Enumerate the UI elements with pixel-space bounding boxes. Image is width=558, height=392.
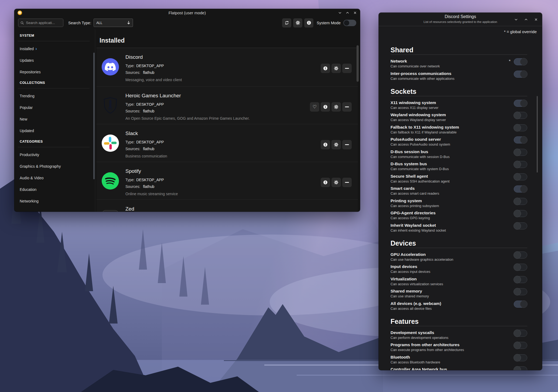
toggle-knob [514,263,521,271]
system-mode-label: System Mode [317,21,341,25]
sidebar-item-productivity[interactable]: Productivity [20,149,95,160]
permission-description: Can access virtualization services [391,282,527,286]
gear-icon [296,20,300,25]
refresh-button[interactable] [282,18,291,27]
info-button[interactable] [304,18,313,27]
app-sources-value: flathub [143,147,154,151]
permission-description: Can perform development operations [391,335,527,340]
toggle-knob [514,288,521,295]
permission-description: Can communicate over network [391,64,527,68]
permission-toggle[interactable] [514,342,527,349]
sidebar-item-label: New [20,117,27,121]
sidebar: SYSTEM Installed › Updates Repositories … [14,29,95,212]
permission-toggle[interactable] [514,252,527,259]
minus-icon [345,144,349,145]
sidebar-item-education[interactable]: Education [20,184,95,195]
minimize-button[interactable] [514,18,518,21]
app-sources-value: flathub [143,70,154,75]
sidebar-item-trending[interactable]: Trending [20,90,95,102]
remove-button[interactable] [342,140,352,149]
permission-toggle[interactable] [514,330,527,337]
maximize-button[interactable] [346,11,349,15]
sidebar-item-list: Productivity Graphics & Photography Audi… [20,149,95,207]
permission-toggle[interactable] [514,276,527,283]
settings-button[interactable] [331,64,341,73]
permission-toggle[interactable] [514,149,527,156]
divider [391,248,527,248]
permission-toggle[interactable] [514,58,527,65]
info-icon [323,180,328,185]
settings-button[interactable] [331,140,341,149]
remove-button[interactable] [342,64,352,73]
permission-toggle[interactable] [514,173,527,180]
remove-button[interactable] [342,178,352,187]
close-button[interactable] [534,18,538,21]
sidebar-item-updates[interactable]: Updates [20,54,95,66]
search-type-dropdown[interactable]: ALL [94,19,133,27]
permission-toggle[interactable] [514,366,527,370]
close-button[interactable] [353,11,357,15]
settings-section: Sockets X11 windowing system Can access … [391,87,527,233]
app-name: Zed [125,206,134,212]
flatpost-titlebar[interactable]: W Flatpost (user mode) [14,9,360,16]
sidebar-item-audio-video[interactable]: Audio & Video [20,172,95,184]
section-heading: Shared [391,45,527,54]
sidebar-item-graphics-photography[interactable]: Graphics & Photography [20,160,95,172]
settings-button[interactable] [293,18,302,27]
toggle-knob [520,300,528,308]
sidebar-item-popular[interactable]: Popular [20,102,95,113]
minus-icon [345,182,349,183]
section-heading: Devices [391,239,527,248]
app-sources-value: flathub [143,184,154,189]
settings-button[interactable] [331,102,341,112]
spotify-app-icon [102,172,119,190]
permission-toggle[interactable] [514,288,527,295]
search-input[interactable] [25,20,61,25]
sidebar-item-repositories[interactable]: Repositories [20,66,95,78]
toggle-knob [520,185,528,193]
app-type-label: Type: [125,102,135,106]
sidebar-item-label: Networking [20,199,39,203]
sidebar-section-header: SYSTEM [20,32,95,39]
permission-toggle[interactable] [514,161,527,168]
permission-label: GPG-Agent directories [391,210,527,216]
settings-scrollbar-thumb[interactable] [537,96,538,173]
sidebar-item-updated[interactable]: Updated [20,125,95,136]
permission-label: Wayland windowing system [391,112,527,118]
sidebar-item-new[interactable]: New [20,113,95,125]
permission-toggle[interactable] [514,222,527,229]
info-button[interactable] [321,178,330,187]
system-mode-toggle[interactable] [343,20,356,26]
permission-row-secure-shell-agent: Secure Shell agent Can access SSH authen… [391,173,527,184]
permission-toggle[interactable] [514,185,527,192]
permission-toggle[interactable] [514,301,527,308]
app-icon [102,210,119,212]
permission-toggle[interactable] [514,136,527,143]
info-button[interactable] [321,102,330,112]
app-row-discord: Discord Type:DESKTOP_APP Sources:flathub… [97,48,358,87]
sidebar-item-networking[interactable]: Networking [20,195,95,207]
favorite-button[interactable]: ♡ [310,102,319,112]
sidebar-item-installed[interactable]: Installed › [20,43,95,54]
info-button[interactable] [321,140,330,149]
main-scrollbar-thumb[interactable] [357,45,359,82]
maximize-button[interactable] [524,18,528,21]
settings-button[interactable] [331,178,341,187]
permission-toggle[interactable] [514,71,527,78]
permission-toggle[interactable] [514,112,527,119]
permission-toggle[interactable] [514,264,527,271]
info-button[interactable] [321,64,330,73]
settings-titlebar[interactable]: Discord Settings List of resources selec… [379,13,542,26]
permission-toggle[interactable] [514,210,527,217]
minimize-button[interactable] [338,11,342,15]
permission-toggle[interactable] [514,354,527,361]
toggle-knob [520,99,528,107]
remove-button[interactable] [342,102,352,112]
sidebar-scrollbar-thumb[interactable] [93,53,95,179]
permission-toggle[interactable] [514,198,527,205]
sidebar-item-label: Graphics & Photography [20,164,61,169]
toggle-knob [520,58,528,66]
permission-toggle[interactable] [514,124,527,131]
permission-toggle[interactable] [514,100,527,107]
search-box[interactable] [18,19,63,27]
